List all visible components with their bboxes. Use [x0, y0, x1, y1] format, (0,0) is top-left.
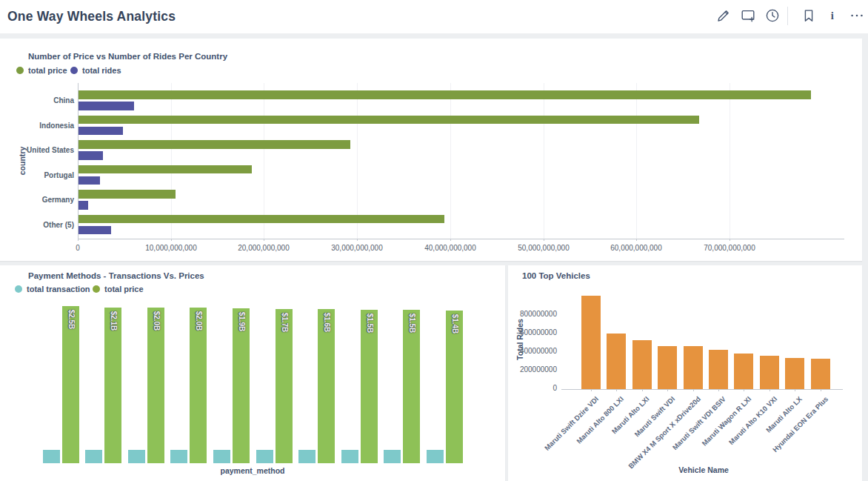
x-axis-line: [78, 239, 844, 239]
bar-total-rides[interactable]: [79, 151, 103, 160]
bar-total-rides[interactable]: [79, 127, 123, 136]
bar-total-rides[interactable]: [79, 102, 134, 110]
more-options-icon[interactable]: [849, 7, 865, 24]
legend-total-price-2[interactable]: total price: [93, 285, 144, 293]
gridline: [636, 83, 637, 239]
info-icon[interactable]: i: [824, 7, 841, 24]
bar-total-price[interactable]: [79, 90, 811, 99]
x-axis-tick-label: 20,000,000,000: [219, 244, 308, 252]
x-tick-mark: [642, 389, 643, 391]
bookmark-icon[interactable]: [801, 7, 817, 24]
y-axis-tick-label: 200000000: [511, 365, 557, 374]
chart-title-vehicles: 100 Top Vehicles: [522, 271, 590, 280]
legend-total-rides[interactable]: total rides: [70, 66, 121, 75]
gridline: [730, 83, 730, 239]
page-title: One Way Wheels Analytics: [7, 9, 176, 24]
category-label: Portugal: [6, 171, 74, 179]
edit-pencil-icon[interactable]: [715, 7, 732, 24]
y-axis-tick-label: 600000000: [511, 328, 557, 336]
bar-total-transaction[interactable]: [427, 450, 444, 463]
x-axis-tick-label: 60,000,000,000: [592, 244, 681, 252]
bar-total-rides[interactable]: [607, 334, 626, 389]
header-bar: One Way Wheels Analytics i: [0, 0, 868, 33]
x-tick-mark: [693, 389, 694, 391]
bar-value-label: $1.5B: [408, 314, 416, 334]
bar-total-price[interactable]: [79, 215, 444, 224]
history-clock-icon[interactable]: [764, 7, 781, 24]
y-axis-tick-label: 800000000: [511, 310, 557, 318]
bar-total-rides[interactable]: [734, 354, 753, 389]
bar-total-rides[interactable]: [684, 346, 703, 389]
y-axis-title-total-rides: Total Rides: [515, 314, 524, 365]
export-add-icon[interactable]: [740, 7, 756, 24]
bar-total-rides[interactable]: [632, 340, 652, 389]
bar-total-price[interactable]: [79, 140, 350, 149]
legend-label: total price: [28, 66, 67, 75]
bar-total-transaction[interactable]: [170, 450, 187, 463]
bar-total-transaction[interactable]: [43, 450, 60, 463]
x-axis-tick-label: 40,000,000,000: [406, 244, 495, 252]
legend-dot-total-rides: [70, 67, 78, 74]
legend-dot-total-price-2: [93, 285, 100, 293]
x-tick-mark: [718, 389, 719, 391]
x-tick-mark: [795, 389, 795, 391]
legend-label: total price: [104, 285, 144, 293]
analytics-dashboard: One Way Wheels Analytics i Number of Pri…: [0, 0, 868, 481]
legend-total-transaction[interactable]: total transaction: [15, 285, 90, 293]
bar-total-price[interactable]: [62, 306, 79, 463]
toolbar-divider: [787, 7, 788, 25]
bar-total-transaction[interactable]: [341, 450, 358, 463]
category-label: Other (5): [6, 221, 74, 229]
x-tick-mark: [744, 389, 744, 391]
bar-value-label: $2.1B: [110, 311, 118, 331]
x-tick-mark: [821, 389, 821, 391]
bar-total-transaction[interactable]: [384, 450, 401, 463]
x-tick-mark: [769, 389, 770, 391]
bar-total-transaction[interactable]: [256, 450, 273, 463]
bar-total-price[interactable]: [79, 190, 176, 199]
bar-total-rides[interactable]: [658, 346, 677, 389]
legend-label: total transaction: [27, 285, 90, 293]
y-axis-tick-label: 400000000: [511, 347, 557, 355]
x-axis-tick-label: 10,000,000,000: [127, 244, 216, 252]
bar-value-label: $2.5B: [67, 310, 76, 330]
legend-total-price[interactable]: total price: [16, 66, 67, 75]
panel-country-chart: [0, 39, 862, 261]
bar-total-rides[interactable]: [581, 296, 601, 389]
gridline: [544, 83, 544, 239]
bar-total-transaction[interactable]: [213, 450, 230, 463]
y-axis-tick-label: 0: [511, 384, 557, 392]
svg-text:i: i: [831, 10, 834, 21]
bar-total-rides[interactable]: [79, 176, 100, 185]
x-axis-tick-label: 0: [33, 244, 122, 252]
category-label: United States: [6, 146, 74, 154]
bar-value-label: $1.6B: [323, 313, 331, 333]
bar-total-price[interactable]: [79, 116, 699, 125]
legend-label: total rides: [82, 66, 121, 75]
category-label: China: [6, 96, 74, 105]
x-tick-mark: [667, 389, 668, 391]
bar-total-rides[interactable]: [79, 226, 111, 235]
x-axis-tick-label: 50,000,000,000: [499, 244, 588, 252]
bar-total-transaction[interactable]: [128, 450, 145, 463]
legend-dot-total-transaction: [15, 285, 22, 293]
bar-total-price[interactable]: [79, 165, 252, 174]
bar-value-label: $1.9B: [238, 312, 246, 332]
bar-total-transaction[interactable]: [85, 450, 102, 463]
bar-total-rides[interactable]: [811, 359, 830, 389]
x-axis-title-vehicle-name: Vehicle Name: [630, 465, 778, 474]
chart-title-payment: Payment Methods - Transactions Vs. Price…: [28, 271, 204, 280]
chart-title-country: Number of Price vs Number of Rides Per C…: [28, 52, 227, 61]
bar-total-rides[interactable]: [79, 201, 88, 210]
bar-total-rides[interactable]: [760, 356, 779, 389]
category-label: Indonesia: [6, 122, 74, 130]
bar-total-rides[interactable]: [785, 358, 804, 389]
x-tick-mark: [616, 389, 617, 391]
x-axis-line: [561, 389, 843, 390]
bar-value-label: $2.0B: [153, 311, 161, 331]
bar-total-transaction[interactable]: [298, 450, 316, 463]
bar-value-label: $1.7B: [281, 313, 289, 333]
x-axis-title-payment-method: payment_method: [178, 466, 327, 475]
x-axis-tick-label: 30,000,000,000: [313, 244, 401, 252]
bar-total-rides[interactable]: [709, 350, 728, 389]
